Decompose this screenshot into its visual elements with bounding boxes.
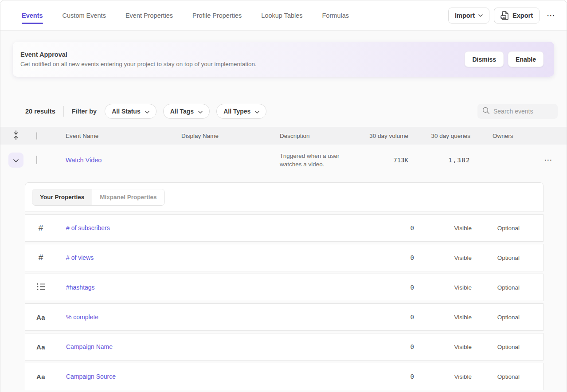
types-filter-value: All Types xyxy=(223,108,250,115)
chevron-down-icon xyxy=(13,157,19,164)
tab-events[interactable]: Events xyxy=(22,0,43,30)
list-type-icon xyxy=(37,283,45,292)
banner-title: Event Approval xyxy=(20,51,257,58)
properties-panel: Your Properties Mixpanel Properties # # … xyxy=(25,182,544,390)
event-description: Triggered when a user watches a video. xyxy=(275,152,359,169)
dismiss-button[interactable]: Dismiss xyxy=(465,51,504,67)
tab-events-label: Events xyxy=(22,12,43,19)
column-header-30-day-volume: 30 day volume xyxy=(359,133,408,139)
nav-tabs: Events Custom Events Event Properties Pr… xyxy=(22,0,349,30)
chevron-down-icon xyxy=(198,108,203,115)
tab-custom-events[interactable]: Custom Events xyxy=(63,0,106,30)
tab-mixpanel-properties[interactable]: Mixpanel Properties xyxy=(92,189,164,205)
filter-by-label: Filter by xyxy=(72,108,97,115)
property-row: Aa Campaign Name 0 Visible Optional xyxy=(25,333,544,361)
more-options-button[interactable]: ⋯ xyxy=(544,11,558,20)
csv-file-icon: csv xyxy=(501,11,509,20)
search-input[interactable] xyxy=(493,108,553,115)
tab-lookup-tables[interactable]: Lookup Tables xyxy=(261,0,302,30)
event-name-link[interactable]: Watch Video xyxy=(66,157,102,164)
property-value: 0 xyxy=(370,314,414,321)
enable-button[interactable]: Enable xyxy=(508,51,544,67)
event-approval-banner: Event Approval Get notified on all new e… xyxy=(13,42,554,77)
export-button[interactable]: csv Export xyxy=(494,8,540,24)
row-checkbox-cell xyxy=(31,156,61,164)
tab-formulas-label: Formulas xyxy=(322,12,349,19)
event-30-day-volume: 713K xyxy=(359,157,408,164)
event-30-day-queries: 1,382 xyxy=(408,157,470,164)
column-header-owners: Owners xyxy=(470,133,541,139)
property-row: Aa % complete 0 Visible Optional xyxy=(25,303,544,331)
ellipsis-icon: ⋯ xyxy=(544,155,552,165)
svg-text:csv: csv xyxy=(501,16,506,18)
property-name-link[interactable]: # of subscribers xyxy=(56,224,370,231)
property-visibility: Visible xyxy=(414,314,472,321)
number-type-icon: # xyxy=(39,223,43,233)
tags-filter-dropdown[interactable]: All Tags xyxy=(163,104,210,119)
tab-event-properties[interactable]: Event Properties xyxy=(125,0,173,30)
property-visibility: Visible xyxy=(414,344,472,350)
import-button[interactable]: Import xyxy=(448,8,489,24)
property-name-link[interactable]: % complete xyxy=(56,314,370,321)
column-header-event-name: Event Name xyxy=(61,133,176,139)
select-all-checkbox-cell xyxy=(31,133,61,139)
property-name-link[interactable]: # of views xyxy=(56,254,370,261)
active-tab-underline xyxy=(22,23,43,24)
tab-formulas[interactable]: Formulas xyxy=(322,0,349,30)
property-value: 0 xyxy=(370,284,414,291)
tab-profile-properties-label: Profile Properties xyxy=(192,12,242,19)
text-type-icon: Aa xyxy=(36,314,45,321)
column-header-display-name: Display Name xyxy=(176,133,275,139)
column-header-description: Description xyxy=(275,133,359,139)
property-value: 0 xyxy=(370,373,414,380)
property-name-link[interactable]: Campaign Source xyxy=(56,373,370,380)
status-filter-value: All Status xyxy=(112,108,141,115)
table-header-row: Event Name Display Name Description 30 d… xyxy=(0,127,567,145)
tab-event-properties-label: Event Properties xyxy=(125,12,173,19)
property-value: 0 xyxy=(370,254,414,261)
filter-bar: 20 results Filter by All Status All Tags… xyxy=(0,103,567,119)
tab-profile-properties[interactable]: Profile Properties xyxy=(192,0,242,30)
property-requirement: Optional xyxy=(472,225,520,231)
text-type-icon: Aa xyxy=(36,373,45,380)
banner-text: Event Approval Get notified on all new e… xyxy=(20,51,257,67)
row-checkbox[interactable] xyxy=(36,156,37,164)
select-all-checkbox[interactable] xyxy=(36,132,37,140)
status-filter-dropdown[interactable]: All Status xyxy=(105,104,156,119)
property-value: 0 xyxy=(370,343,414,350)
property-requirement: Optional xyxy=(472,314,520,321)
import-button-label: Import xyxy=(455,12,475,19)
collapse-row-button[interactable] xyxy=(8,153,23,168)
collapse-all-icon[interactable] xyxy=(13,130,19,141)
tab-lookup-tables-label: Lookup Tables xyxy=(261,12,302,19)
property-name-link[interactable]: Campaign Name xyxy=(56,343,370,350)
property-visibility: Visible xyxy=(414,284,472,291)
property-requirement: Optional xyxy=(472,284,520,291)
property-value: 0 xyxy=(370,224,414,231)
divider xyxy=(63,106,64,117)
tab-your-properties[interactable]: Your Properties xyxy=(32,189,92,205)
event-name-cell: Watch Video xyxy=(61,156,176,164)
tags-filter-value: All Tags xyxy=(170,108,194,115)
search-icon xyxy=(482,107,490,116)
property-row: # # of subscribers 0 Visible Optional xyxy=(25,214,544,242)
property-row: #hashtags 0 Visible Optional xyxy=(25,274,544,301)
types-filter-dropdown[interactable]: All Types xyxy=(216,104,266,119)
banner-actions: Dismiss Enable xyxy=(465,51,544,67)
row-more-options-button[interactable]: ⋯ xyxy=(541,156,555,164)
number-type-icon: # xyxy=(39,253,43,263)
lexicon-page: Events Custom Events Event Properties Pr… xyxy=(0,0,567,392)
properties-tabs-card: Your Properties Mixpanel Properties xyxy=(25,182,544,212)
nav-actions: Import csv Export ⋯ xyxy=(448,8,558,24)
property-visibility: Visible xyxy=(414,255,472,261)
banner-description: Get notified on all new events entering … xyxy=(20,61,257,67)
property-requirement: Optional xyxy=(472,373,520,380)
event-actions-cell: ⋯ xyxy=(541,156,567,165)
property-name-link[interactable]: #hashtags xyxy=(56,284,370,291)
text-type-icon: Aa xyxy=(36,343,45,351)
column-header-30-day-queries: 30 day queries xyxy=(408,133,470,139)
event-table-row: Watch Video Triggered when a user watche… xyxy=(0,145,567,176)
property-row: Aa Campaign Source 0 Visible Optional xyxy=(25,363,544,390)
property-row: # # of views 0 Visible Optional xyxy=(25,244,544,271)
tab-custom-events-label: Custom Events xyxy=(63,12,106,19)
